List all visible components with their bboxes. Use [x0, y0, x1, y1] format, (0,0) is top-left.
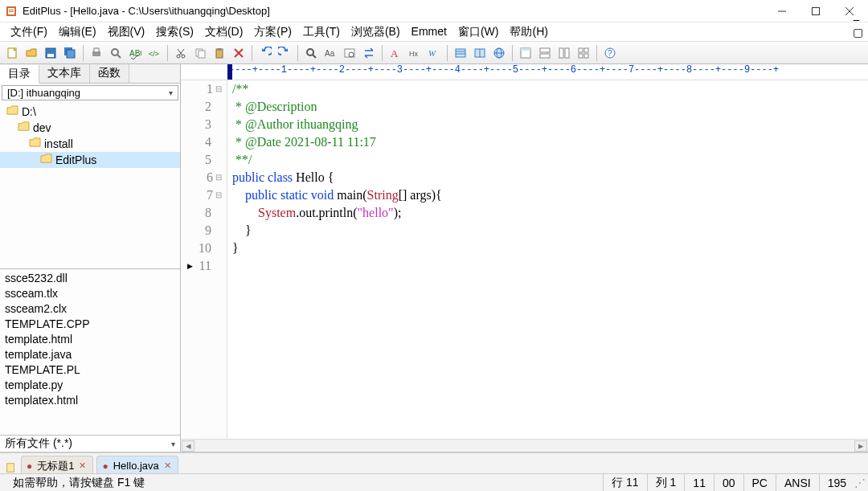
file-item[interactable]: template.html — [0, 331, 180, 346]
win2-button[interactable] — [536, 44, 554, 62]
file-item[interactable]: ssce5232.dll — [0, 270, 180, 285]
file-list[interactable]: ssce5232.dllssceam.tlxssceam2.clxTEMPLAT… — [0, 268, 180, 435]
code-line[interactable]: } — [232, 239, 868, 257]
menu-item[interactable]: 帮助(H) — [504, 23, 553, 41]
cut-button[interactable] — [172, 44, 190, 62]
code-line[interactable]: public static void main(String[] args){ — [232, 186, 868, 204]
code-line[interactable]: /** — [232, 80, 868, 98]
code-line[interactable]: public class Hello { — [232, 169, 868, 186]
document-tab[interactable]: ●无标题1✕ — [21, 456, 93, 473]
replace-button[interactable] — [360, 44, 378, 62]
svg-text:Aa: Aa — [325, 49, 335, 58]
file-item[interactable]: TEMPLATE.PL — [0, 362, 180, 377]
svg-text:A: A — [391, 47, 399, 59]
tree-item[interactable]: dev — [0, 120, 180, 136]
gutter-line: 7⊟ — [181, 186, 222, 204]
ruler: ----+----1----+----2----+----3----+----4… — [181, 64, 868, 80]
minimize-button[interactable] — [765, 0, 799, 23]
font-button[interactable]: A — [387, 44, 404, 62]
folder-tree[interactable]: D:\devinstallEditPlus — [0, 102, 180, 268]
menu-item[interactable]: 文档(D) — [199, 23, 248, 41]
code-line[interactable]: * @Author ithuangqing — [232, 116, 868, 133]
file-item[interactable]: templatex.html — [0, 392, 180, 407]
wrap-button[interactable]: W — [425, 44, 443, 62]
tree-item[interactable]: install — [0, 136, 180, 152]
code-line[interactable]: * @Date 2021-08-11 11:17 — [232, 133, 868, 151]
file-item[interactable]: ssceam2.clx — [0, 301, 180, 316]
preview-button[interactable] — [107, 44, 125, 62]
menu-item[interactable]: 浏览器(B) — [346, 23, 406, 41]
document-tab[interactable]: ●Hello.java✕ — [96, 456, 178, 473]
side-tab[interactable]: 函数 — [90, 64, 129, 83]
file-item[interactable]: TEMPLATE.CPP — [0, 316, 180, 331]
win1-button[interactable] — [517, 44, 534, 62]
file-item[interactable]: ssceam.tlx — [0, 285, 180, 301]
chevron-down-icon: ▾ — [171, 440, 175, 448]
menu-item[interactable]: 文件(F) — [5, 23, 53, 41]
htmlcheck-button[interactable]: </> — [145, 44, 163, 62]
close-tab-button[interactable]: ✕ — [79, 460, 86, 471]
paste-button[interactable] — [211, 44, 228, 62]
document-tab-label: Hello.java — [113, 460, 159, 472]
hex-button[interactable]: Hx — [406, 44, 424, 62]
scroll-left-button[interactable]: ◂ — [182, 440, 194, 452]
win3-button[interactable] — [555, 44, 573, 62]
code-content[interactable]: /** * @Description * @Author ithuangqing… — [227, 80, 868, 439]
side-tab[interactable]: 目录 — [0, 65, 39, 84]
save-button[interactable] — [42, 44, 59, 62]
file-filter-dropdown[interactable]: 所有文件 (*.*) ▾ — [0, 435, 180, 452]
scroll-right-button[interactable]: ▸ — [854, 440, 867, 452]
code-line[interactable] — [232, 257, 868, 275]
maximize-button[interactable] — [799, 0, 833, 23]
menu-item[interactable]: 方案(P) — [248, 23, 297, 41]
code-line[interactable]: **/ — [232, 151, 868, 169]
file-item[interactable]: template.java — [0, 346, 180, 362]
find-button[interactable] — [302, 44, 320, 62]
svg-text:Hx: Hx — [409, 50, 418, 58]
fold-icon[interactable]: ⊟ — [215, 80, 222, 98]
menu-item[interactable]: 编辑(E) — [53, 23, 102, 41]
fold-icon[interactable]: ⊟ — [215, 186, 222, 204]
file-item[interactable]: template.py — [0, 377, 180, 392]
code-line[interactable]: } — [232, 222, 868, 239]
resize-grip[interactable]: ⋰ — [854, 477, 863, 489]
menu-item[interactable]: 视图(V) — [102, 23, 151, 41]
horizontal-scrollbar[interactable]: ◂ ▸ — [181, 439, 868, 452]
code-editor[interactable]: 1⊟23456⊟7⊟891011 /** * @Description * @A… — [181, 80, 868, 439]
menu-item[interactable]: 工具(T) — [297, 23, 346, 41]
col1-button[interactable] — [452, 44, 469, 62]
copy-button[interactable] — [191, 44, 209, 62]
folder-icon — [18, 121, 30, 134]
side-tab[interactable]: 文本库 — [39, 64, 90, 83]
findfiles-button[interactable] — [341, 44, 358, 62]
browser-button[interactable] — [490, 44, 508, 62]
tree-item[interactable]: EditPlus — [0, 152, 180, 168]
close-tab-button[interactable]: ✕ — [164, 460, 171, 471]
svg-rect-26 — [218, 48, 221, 51]
code-line[interactable]: System.out.println("hello"); — [232, 204, 868, 222]
open-button[interactable] — [23, 44, 40, 62]
code-line[interactable]: * @Description — [232, 98, 868, 116]
col2-button[interactable] — [471, 44, 489, 62]
undo-button[interactable] — [256, 44, 274, 62]
side-panel: 目录文本库函数 [D:] ithuangqing ▾ D:\devinstall… — [0, 64, 181, 452]
help-button[interactable]: ? — [601, 44, 619, 62]
tab-anchor-icon[interactable] — [3, 462, 18, 473]
menu-item[interactable]: Emmet — [406, 23, 452, 41]
win4-button[interactable] — [575, 44, 592, 62]
new-button[interactable] — [3, 44, 21, 62]
fold-icon[interactable]: ⊟ — [215, 169, 222, 186]
drive-dropdown[interactable]: [D:] ithuangqing ▾ — [2, 85, 178, 100]
redo-button[interactable] — [276, 44, 293, 62]
print-button[interactable] — [88, 44, 105, 62]
menu-item[interactable]: 窗口(W) — [452, 23, 505, 41]
delete-button[interactable] — [230, 44, 248, 62]
spell-button[interactable]: ABC — [126, 44, 144, 62]
findre-button[interactable]: Aa — [321, 44, 339, 62]
saveall-button[interactable] — [61, 44, 79, 62]
menu-item[interactable]: 搜索(S) — [150, 23, 199, 41]
tree-item[interactable]: D:\ — [0, 104, 180, 120]
status-size: 195 — [819, 474, 854, 491]
mdi-minimize-button[interactable]: ‒ — [853, 13, 863, 26]
mdi-restore-button[interactable]: ▢ — [853, 26, 863, 39]
